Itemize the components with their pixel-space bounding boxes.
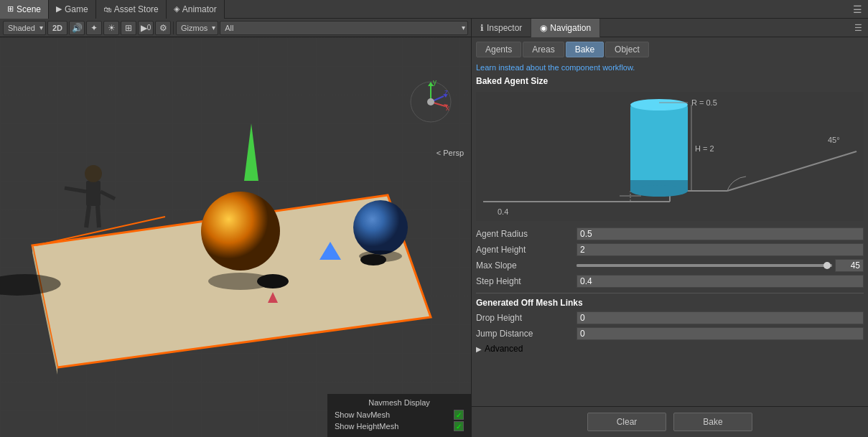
- agent-height-input[interactable]: [577, 243, 864, 256]
- tab-game[interactable]: ▶ Game: [49, 0, 96, 19]
- scene-canvas: y x z: [0, 37, 471, 393]
- tab-navigation[interactable]: ◉ Navigation: [531, 19, 600, 37]
- sub-tab-object[interactable]: Object: [605, 42, 649, 57]
- advanced-row[interactable]: ▶ Advanced: [476, 342, 864, 355]
- max-slope-label: Max Slope: [476, 260, 577, 271]
- step-height-label: Step Height: [476, 276, 577, 286]
- grid-button[interactable]: ⊞: [121, 21, 136, 35]
- show-heightmesh-check[interactable]: ✓: [454, 421, 464, 431]
- max-slope-slider[interactable]: [577, 264, 832, 267]
- advanced-triangle-icon: ▶: [476, 345, 482, 353]
- black-hole-1: [257, 274, 289, 288]
- 2d-label: 2D: [52, 24, 62, 32]
- navigation-content: Agents Areas Bake Object Learn instead a…: [472, 37, 868, 406]
- svg-point-17: [427, 98, 434, 105]
- scene-icon: ⊞: [7, 4, 14, 14]
- agent-height-label: Agent Height: [476, 245, 577, 255]
- inspector-label: Inspector: [487, 23, 522, 33]
- svg-rect-0: [86, 181, 101, 206]
- svg-text:x: x: [446, 104, 449, 112]
- slider-fill: [577, 264, 832, 267]
- max-slope-slider-container: [577, 259, 864, 272]
- tab-scene[interactable]: ⊞ Scene: [0, 0, 49, 19]
- bake-button[interactable]: Bake: [673, 413, 752, 431]
- shading-dropdown[interactable]: Shaded: [3, 21, 46, 35]
- svg-text:H = 2: H = 2: [695, 144, 714, 153]
- sub-tab-areas[interactable]: Areas: [523, 42, 564, 57]
- effects-button[interactable]: ✦: [86, 21, 102, 35]
- jump-distance-input[interactable]: [577, 327, 864, 340]
- tab-scene-label: Scene: [17, 4, 41, 14]
- show-heightmesh-label: Show HeightMesh: [335, 422, 398, 431]
- svg-text:45°: 45°: [828, 136, 840, 144]
- tab-asset-store[interactable]: 🛍 Asset Store: [96, 0, 167, 19]
- tab-asset-store-label: Asset Store: [114, 4, 159, 14]
- layer-count-label: ▶: [141, 23, 147, 33]
- sub-tab-bake[interactable]: Bake: [566, 42, 604, 57]
- agent-diagram-svg: R = 0.5 H = 2 0.4 45°: [476, 94, 864, 220]
- top-tab-bar: ⊞ Scene ▶ Game 🛍 Asset Store ◈ Animator …: [0, 0, 868, 19]
- max-slope-row: Max Slope: [476, 258, 864, 273]
- layer-count-btn[interactable]: ▶ 0: [138, 21, 154, 35]
- search-box[interactable]: All: [220, 21, 468, 35]
- divider-1: [476, 293, 864, 293]
- navmesh-overlay: Navmesh Display Show NavMesh ✓ Show Heig…: [327, 394, 471, 437]
- sub-tab-areas-label: Areas: [532, 44, 554, 55]
- shading-label: Shaded: [8, 24, 35, 32]
- svg-point-27: [630, 185, 688, 197]
- settings-button[interactable]: ⚙: [155, 21, 171, 35]
- gizmos-label: Gizmos: [181, 24, 207, 32]
- svg-text:R = 0.5: R = 0.5: [691, 98, 717, 107]
- sub-tab-agents[interactable]: Agents: [476, 42, 521, 57]
- sun-button[interactable]: ☀: [103, 21, 119, 35]
- animator-icon: ◈: [174, 4, 179, 14]
- gizmos-dropdown[interactable]: Gizmos: [176, 21, 218, 35]
- tab-game-label: Game: [65, 4, 88, 14]
- navmesh-row-1: Show NavMesh ✓: [335, 410, 464, 420]
- audio-button[interactable]: 🔊: [69, 21, 85, 35]
- svg-rect-24: [630, 105, 688, 191]
- sub-tab-bake-label: Bake: [575, 44, 594, 55]
- slider-thumb[interactable]: [823, 262, 831, 269]
- tab-menu-icon[interactable]: ☰: [847, 4, 868, 15]
- earth-sphere: [353, 200, 408, 255]
- scene-panel: Shaded 2D 🔊 ✦ ☀ ⊞ ▶ 0 ⚙ Gizmos All: [0, 19, 472, 437]
- jump-distance-label: Jump Distance: [476, 329, 577, 339]
- layer-count-value: 0: [147, 24, 151, 32]
- svg-point-25: [630, 99, 688, 111]
- off-mesh-links-title: Generated Off Mesh Links: [476, 298, 864, 308]
- max-slope-value-input[interactable]: [835, 259, 864, 272]
- right-panel-menu[interactable]: ☰: [849, 23, 868, 33]
- main-content: Shaded 2D 🔊 ✦ ☀ ⊞ ▶ 0 ⚙ Gizmos All: [0, 19, 868, 437]
- tab-animator[interactable]: ◈ Animator: [167, 0, 225, 19]
- svg-point-1: [85, 165, 102, 182]
- advanced-label: Advanced: [485, 344, 523, 354]
- show-navmesh-label: Show NavMesh: [335, 410, 390, 419]
- right-panel: ℹ Inspector ◉ Navigation ☰ Agents Areas …: [472, 19, 868, 437]
- step-height-row: Step Height: [476, 274, 864, 288]
- svg-line-3: [101, 192, 115, 199]
- axis-gizmo: y x z: [411, 78, 451, 122]
- right-tab-bar: ℹ Inspector ◉ Navigation ☰: [472, 19, 868, 37]
- persp-text: < Persp: [437, 149, 464, 157]
- clear-button[interactable]: Clear: [587, 413, 666, 431]
- drop-height-input[interactable]: [577, 311, 864, 324]
- persp-label: < Persp: [437, 149, 464, 157]
- sub-tab-agents-label: Agents: [485, 44, 512, 55]
- tab-inspector[interactable]: ℹ Inspector: [472, 19, 531, 37]
- 2d-toggle[interactable]: 2D: [47, 21, 67, 35]
- show-navmesh-check[interactable]: ✓: [454, 410, 464, 420]
- svg-line-4: [86, 206, 89, 227]
- sub-tab-object-label: Object: [615, 44, 640, 55]
- navigation-icon: ◉: [540, 23, 547, 33]
- scene-toolbar: Shaded 2D 🔊 ✦ ☀ ⊞ ▶ 0 ⚙ Gizmos All: [0, 19, 471, 37]
- bottom-buttons: Clear Bake: [472, 406, 868, 437]
- agent-radius-input[interactable]: [577, 227, 864, 240]
- navmesh-title: Navmesh Display: [335, 398, 464, 407]
- agent-diagram: R = 0.5 H = 2 0.4 45°: [476, 92, 864, 221]
- learn-link-text: Learn instead about the component workfl…: [476, 63, 635, 72]
- learn-link[interactable]: Learn instead about the component workfl…: [476, 63, 864, 72]
- asset-store-icon: 🛍: [103, 5, 111, 14]
- drop-height-label: Drop Height: [476, 313, 577, 323]
- step-height-input[interactable]: [577, 275, 864, 288]
